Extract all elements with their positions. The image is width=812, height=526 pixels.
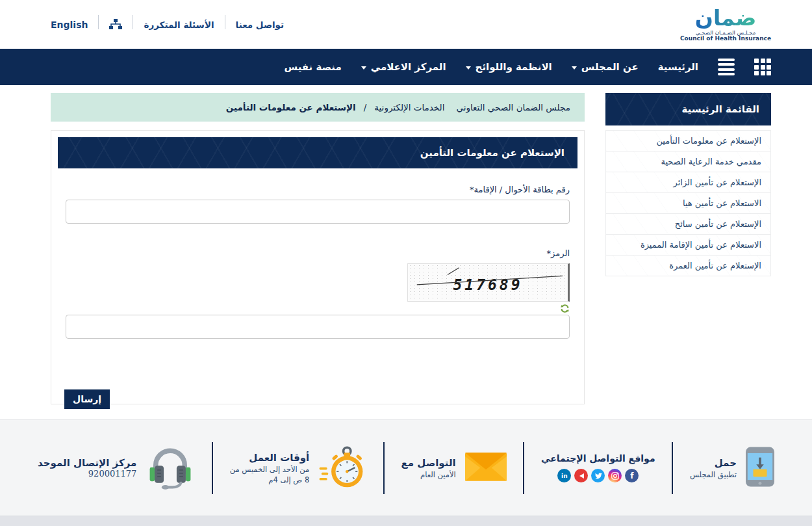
- contact-secretary-section: التواصل مع الأمين العام: [401, 453, 507, 484]
- nav-about-council[interactable]: عن المجلس: [572, 61, 639, 73]
- linkedin-icon[interactable]: in: [557, 469, 571, 482]
- nav-regulations[interactable]: الانظمة واللوائح: [466, 61, 552, 73]
- breadcrumb: مجلس الضمان الصحي التعاوني الخدمات الإلك…: [51, 93, 585, 122]
- sidebar-item-insurance-info[interactable]: الإستعلام عن معلومات التأمين: [606, 131, 770, 151]
- sidebar-list: الإستعلام عن معلومات التأمين مقدمي خدمة …: [605, 130, 771, 276]
- footer-bottom-strip: [0, 516, 812, 526]
- nav-nafees-platform[interactable]: منصة نفيس: [284, 61, 341, 73]
- captcha-input[interactable]: [66, 315, 570, 339]
- footer-divider: [383, 442, 385, 494]
- working-hours-times: 8 ص إلى 4م: [268, 475, 309, 484]
- page: ضمان مجـلـس الضـمـان الصحـي Council of H…: [0, 0, 812, 526]
- divider: [225, 15, 225, 29]
- main-menu-sidebar: القائمة الرئيسية الإستعلام عن معلومات ال…: [605, 93, 771, 276]
- contact-secretary-title: التواصل مع: [401, 457, 456, 469]
- mobile-app-icon: [746, 447, 774, 490]
- form-body: رقم بطاقة الأحوال / الإقامة* الرمز* 5176…: [58, 168, 577, 339]
- social-icons-row: f in: [557, 469, 639, 482]
- captcha-refresh-icon[interactable]: [560, 304, 570, 313]
- faq-link[interactable]: الأسئلة المتكررة: [144, 20, 214, 30]
- facebook-icon[interactable]: f: [625, 469, 639, 482]
- sidebar-item-tourist-insurance[interactable]: الإستعلام عن تأمين سائح: [606, 214, 770, 235]
- topbar: ضمان مجـلـس الضـمـان الصحـي Council of H…: [0, 0, 812, 49]
- breadcrumb-separator: /: [364, 102, 367, 112]
- divider: [133, 15, 133, 29]
- sidebar-title: القائمة الرئيسية: [605, 93, 771, 125]
- footer-divider: [672, 442, 673, 494]
- breadcrumb-root[interactable]: مجلس الضمان الصحي التعاوني: [456, 102, 570, 112]
- call-center-title: مركز الإتصال الموحد: [38, 457, 136, 469]
- logo-brand-text: ضمان: [695, 7, 757, 30]
- download-app-subtitle[interactable]: تطبيق المجلس: [690, 470, 737, 479]
- envelope-icon: [465, 453, 507, 484]
- social-media-section: مواقع التواصل الإجتماعي f: [541, 453, 655, 482]
- captcha-image: 517689: [407, 263, 570, 302]
- main-navbar: الرئيسية عن المجلس الانظمة واللوائح المر…: [0, 49, 812, 85]
- sidebar-item-umrah-insurance[interactable]: الإستعلام عن تأمين العمرة: [606, 256, 770, 276]
- download-app-title: حمل: [715, 457, 737, 469]
- id-number-label: رقم بطاقة الأحوال / الإقامة*: [66, 185, 570, 194]
- logo-name-english: Council of Health Insurance: [680, 36, 771, 42]
- working-hours-title: أوقات العمل: [249, 452, 309, 464]
- footer-divider: [212, 442, 213, 494]
- captcha-noise-lines: [408, 264, 568, 301]
- id-number-input[interactable]: [66, 200, 570, 224]
- stopwatch-icon: [318, 443, 366, 493]
- headset-icon: [146, 443, 195, 493]
- contact-us-link[interactable]: تواصل معنا: [236, 20, 285, 30]
- call-center-phone[interactable]: 920001177: [88, 469, 136, 479]
- chevron-down-icon: [361, 66, 366, 70]
- contact-secretary-subtitle[interactable]: الأمين العام: [420, 470, 456, 479]
- submit-button[interactable]: إرسال: [64, 389, 110, 409]
- chevron-down-icon: [466, 66, 471, 70]
- call-center-section: مركز الإتصال الموحد 920001177: [38, 443, 195, 493]
- social-media-title: مواقع التواصل الإجتماعي: [541, 453, 655, 464]
- sidebar-item-haya-insurance[interactable]: الاستعلام عن تأمين هيا: [606, 193, 770, 214]
- inquiry-form-card: الإستعلام عن معلومات التأمين رقم بطاقة ا…: [51, 130, 585, 404]
- divider: [98, 15, 99, 29]
- working-hours-days: من الأحد إلى الخميس من: [230, 465, 310, 474]
- topbar-links: تواصل معنا الأسئلة المتكررة English: [51, 19, 284, 31]
- captcha-refresh-row: [66, 302, 570, 314]
- form-title: الإستعلام عن معلومات التأمين: [58, 137, 577, 168]
- working-hours-section: أوقات العمل من الأحد إلى الخميس من 8 ص إ…: [230, 443, 367, 493]
- sidebar-item-visitor-insurance[interactable]: الإستعلام عن تأمين الزائر: [606, 172, 770, 193]
- footer-divider: [523, 442, 524, 494]
- instagram-icon[interactable]: [608, 469, 622, 482]
- footer-row: حمل تطبيق المجلس مواقع التواصل الإجتماعي…: [0, 420, 812, 516]
- breadcrumb-current: الإستعلام عن معلومات التأمين: [226, 102, 356, 112]
- download-app-section: حمل تطبيق المجلس: [690, 447, 774, 490]
- apps-grid-icon[interactable]: [754, 59, 771, 75]
- sidebar-item-healthcare-providers[interactable]: مقدمي خدمة الرعاية الصحية: [606, 151, 770, 172]
- youtube-icon[interactable]: [574, 469, 588, 482]
- menu-icon[interactable]: [718, 59, 735, 75]
- chevron-down-icon: [572, 66, 577, 70]
- footer: حمل تطبيق المجلس مواقع التواصل الإجتماعي…: [0, 419, 812, 526]
- sitemap-icon[interactable]: [109, 19, 122, 31]
- council-logo[interactable]: ضمان مجـلـس الضـمـان الصحـي Council of H…: [680, 7, 771, 42]
- language-switch-link[interactable]: English: [51, 20, 88, 30]
- content-area: القائمة الرئيسية الإستعلام عن معلومات ال…: [0, 85, 812, 419]
- twitter-icon[interactable]: [591, 469, 605, 482]
- captcha-label: الرمز*: [66, 248, 570, 258]
- main-column: مجلس الضمان الصحي التعاوني الخدمات الإلك…: [51, 93, 585, 404]
- breadcrumb-section[interactable]: الخدمات الإلكترونية: [374, 102, 444, 112]
- nav-home[interactable]: الرئيسية: [658, 61, 698, 73]
- sidebar-item-premium-residency-insurance[interactable]: الاستعلام عن تأمين الإقامة المميزة: [606, 235, 770, 256]
- nav-media-center[interactable]: المركز الاعلامي: [361, 61, 446, 73]
